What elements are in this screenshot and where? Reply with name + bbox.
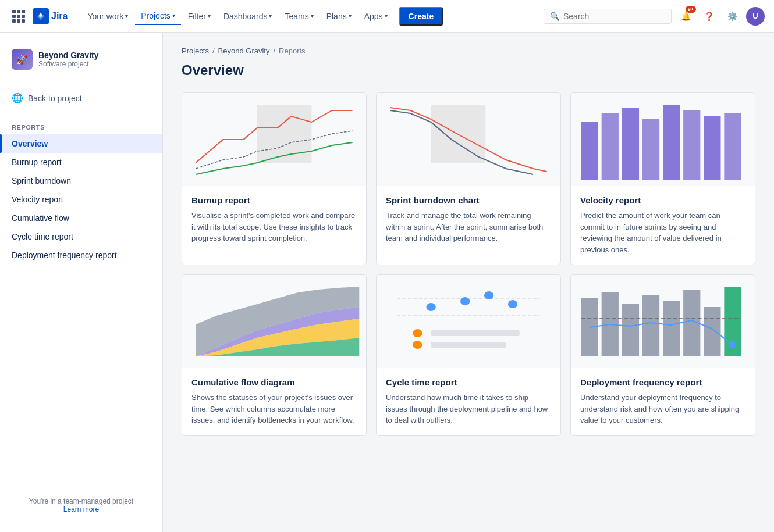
card-body-deployment: Deployment frequency report Understand y… (571, 368, 755, 435)
settings-button[interactable]: ⚙️ (723, 7, 741, 26)
svg-point-17 (460, 297, 470, 305)
svg-point-19 (508, 300, 517, 308)
svg-rect-9 (724, 113, 741, 180)
breadcrumb: Projects / Beyond Gravity / Reports (182, 47, 755, 55)
sidebar-footer-text: You're in a team-managed project (12, 497, 151, 505)
grid-menu-button[interactable] (9, 7, 28, 26)
card-burnup[interactable]: Burnup report Visualise a sprint's compl… (182, 92, 367, 265)
page-title: Overview (182, 62, 755, 78)
project-name: Beyond Gravity (38, 51, 98, 60)
card-chart-burnup (182, 93, 366, 186)
card-desc-cumulative: Shows the statuses of your project's iss… (191, 392, 357, 426)
breadcrumb-beyond-gravity[interactable]: Beyond Gravity (218, 47, 270, 55)
card-desc-deployment: Understand your deployment frequency to … (580, 392, 745, 426)
card-title-burnup: Burnup report (191, 195, 357, 205)
breadcrumb-sep-1: / (212, 47, 215, 55)
nav-dashboards[interactable]: Dashboards ▾ (218, 8, 278, 24)
notifications-button[interactable]: 🔔 9+ (676, 7, 695, 26)
svg-point-20 (413, 329, 422, 337)
svg-rect-2 (581, 122, 598, 180)
nav-plans[interactable]: Plans ▾ (321, 8, 357, 24)
jira-logo[interactable]: Jira (33, 8, 68, 24)
card-desc-sprint-burndown: Track and manage the total work remainin… (386, 210, 551, 244)
sidebar-item-velocity[interactable]: Velocity report (0, 190, 162, 209)
svg-rect-22 (431, 330, 520, 336)
sidebar-divider-1 (0, 84, 162, 84)
card-chart-deployment (571, 275, 755, 368)
svg-rect-8 (704, 116, 720, 180)
card-desc-burnup: Visualise a sprint's completed work and … (191, 210, 357, 244)
main-content: Projects / Beyond Gravity / Reports Over… (163, 33, 774, 532)
project-icon: 🚀 (12, 49, 33, 70)
card-body-cumulative: Cumulative flow diagram Shows the status… (182, 368, 366, 435)
sidebar-item-cumulative[interactable]: Cumulative flow (0, 209, 162, 227)
svg-rect-26 (622, 304, 639, 356)
card-body-burnup: Burnup report Visualise a sprint's compl… (182, 186, 366, 253)
card-desc-cycle-time: Understand how much time it takes to shi… (386, 392, 551, 426)
card-title-cumulative: Cumulative flow diagram (191, 377, 357, 387)
svg-rect-27 (642, 295, 659, 356)
sidebar-divider-2 (0, 112, 162, 112)
card-chart-velocity (571, 93, 755, 186)
breadcrumb-projects[interactable]: Projects (182, 47, 209, 55)
card-title-sprint-burndown: Sprint burndown chart (386, 195, 551, 205)
sidebar-item-deployment[interactable]: Deployment frequency report (0, 246, 162, 265)
card-chart-cycle-time (377, 275, 560, 368)
card-cumulative[interactable]: Cumulative flow diagram Shows the status… (182, 274, 367, 436)
svg-rect-4 (622, 108, 639, 180)
search-input[interactable] (563, 12, 656, 21)
gear-icon: ⚙️ (727, 12, 737, 21)
card-cycle-time[interactable]: Cycle time report Understand how much ti… (376, 274, 561, 436)
jira-logo-text: Jira (51, 11, 68, 22)
svg-rect-3 (602, 113, 619, 180)
search-icon: 🔍 (550, 12, 560, 21)
top-navigation: Jira Your work ▾ Projects ▾ Filter ▾ Das… (0, 0, 774, 33)
back-to-project[interactable]: 🌐 Back to project (0, 87, 162, 109)
search-bar[interactable]: 🔍 (544, 9, 672, 24)
card-sprint-burndown[interactable]: Sprint burndown chart Track and manage t… (376, 92, 561, 265)
help-button[interactable]: ❓ (700, 7, 718, 26)
svg-point-21 (413, 341, 422, 349)
breadcrumb-sep-2: / (273, 47, 275, 55)
help-icon: ❓ (704, 12, 714, 21)
nav-your-work[interactable]: Your work ▾ (81, 8, 134, 24)
report-cards-grid: Burnup report Visualise a sprint's compl… (182, 92, 755, 436)
card-body-sprint-burndown: Sprint burndown chart Track and manage t… (377, 186, 560, 253)
user-avatar[interactable]: U (746, 7, 765, 26)
sidebar-item-sprint-burndown[interactable]: Sprint burndown (0, 172, 162, 190)
sidebar-footer-link[interactable]: Learn more (63, 505, 99, 513)
sidebar-section-reports: Reports (0, 115, 162, 134)
card-desc-velocity: Predict the amount of work your team can… (580, 210, 745, 255)
card-title-deployment: Deployment frequency report (580, 377, 745, 387)
sidebar-item-burnup[interactable]: Burnup report (0, 153, 162, 172)
svg-rect-5 (642, 119, 659, 180)
nav-projects[interactable]: Projects ▾ (135, 8, 181, 25)
sidebar-item-cycle-time[interactable]: Cycle time report (0, 227, 162, 246)
svg-rect-1 (431, 105, 486, 163)
card-body-cycle-time: Cycle time report Understand how much ti… (377, 368, 560, 435)
nav-teams[interactable]: Teams ▾ (279, 8, 319, 24)
svg-point-18 (484, 291, 493, 299)
sidebar-footer: You're in a team-managed project Learn m… (0, 488, 162, 523)
svg-point-33 (728, 341, 736, 348)
svg-rect-28 (663, 301, 680, 356)
nav-apps[interactable]: Apps ▾ (358, 8, 393, 24)
nav-filter[interactable]: Filter ▾ (182, 8, 216, 24)
card-velocity[interactable]: Velocity report Predict the amount of wo… (570, 92, 755, 265)
svg-rect-6 (663, 105, 680, 180)
sidebar-item-overview[interactable]: Overview (0, 134, 162, 153)
breadcrumb-reports: Reports (279, 47, 306, 55)
project-type: Software project (38, 60, 98, 68)
card-title-cycle-time: Cycle time report (386, 377, 551, 387)
card-chart-sprint-burndown (377, 93, 560, 186)
card-chart-cumulative (182, 275, 366, 368)
sidebar: 🚀 Beyond Gravity Software project 🌐 Back… (0, 33, 163, 532)
card-deployment[interactable]: Deployment frequency report Understand y… (570, 274, 755, 436)
notification-badge: 9+ (686, 6, 696, 13)
project-header: 🚀 Beyond Gravity Software project (0, 42, 162, 81)
svg-rect-30 (704, 307, 720, 356)
svg-rect-7 (683, 110, 700, 180)
nav-items: Your work ▾ Projects ▾ Filter ▾ Dashboar… (81, 7, 443, 26)
create-button[interactable]: Create (399, 7, 443, 26)
svg-rect-23 (431, 342, 506, 348)
